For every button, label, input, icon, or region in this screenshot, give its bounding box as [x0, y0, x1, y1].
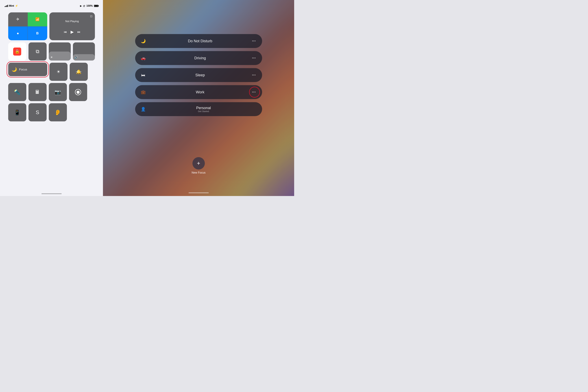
- flashlight-button[interactable]: 🔦: [8, 83, 26, 101]
- apple-tv-remote-button[interactable]: 📱: [8, 103, 26, 122]
- signal-bar-3: [6, 5, 7, 7]
- accessibility-button[interactable]: 👂: [49, 103, 67, 122]
- volume-icon: 🔊: [74, 56, 93, 59]
- personal-icon: 👤: [140, 106, 146, 112]
- fast-forward-button[interactable]: ⏭: [78, 30, 80, 34]
- screen-record-button[interactable]: ⏺: [69, 83, 87, 101]
- do-not-disturb-icon: 🌙: [140, 38, 146, 44]
- airplane-icon: ✈: [16, 17, 20, 22]
- focus-button[interactable]: 🌙 Focus: [8, 63, 47, 76]
- focus-item-driving[interactable]: 🚗 Driving •••: [135, 51, 262, 65]
- camera-button[interactable]: 📷: [49, 83, 67, 101]
- row-utility-1: 🔦 🖩 📷 ⏺: [8, 83, 95, 101]
- bluetooth-button[interactable]: B: [28, 26, 47, 40]
- signal-bar-4: [8, 5, 8, 7]
- wifi-button[interactable]: ●: [8, 26, 28, 40]
- calculator-button[interactable]: 🖩: [28, 83, 46, 101]
- personal-label: Personal: [150, 106, 258, 110]
- work-more-button[interactable]: •••: [251, 89, 258, 96]
- sun-icon: ☀: [56, 69, 60, 74]
- carrier-name: Mint: [9, 4, 14, 7]
- driving-label: Driving: [150, 56, 251, 60]
- row-utility-2: 📱 S 👂: [8, 103, 95, 122]
- battery-icon: [94, 5, 98, 7]
- plus-icon: +: [197, 160, 200, 166]
- do-not-disturb-label: Do Not Disturb: [150, 39, 251, 43]
- focus-item-sleep[interactable]: 🛏 Sleep •••: [135, 68, 262, 82]
- control-center-panel: Mint ⚡ ▶ @ 100% ✈ 📶: [0, 0, 103, 196]
- focus-moon-icon: 🌙: [12, 67, 17, 72]
- brightness-slider[interactable]: ☀: [49, 42, 71, 60]
- home-indicator-right: [188, 192, 209, 193]
- volume-slider[interactable]: 🔊: [73, 42, 95, 60]
- row-focus: 🌙 Focus ☀ 🔔: [8, 63, 95, 81]
- wifi-status-icon: ⚡: [15, 4, 18, 7]
- mute-icon: 🔔: [76, 69, 82, 74]
- screen-mirror-button[interactable]: ⧉: [28, 42, 46, 60]
- work-label: Work: [150, 90, 251, 94]
- battery-percentage: 100%: [86, 4, 93, 7]
- signal-bar-1: [5, 6, 5, 7]
- control-center-grid: ✈ 📶 ● B ⊡ Not Playing ⏮ ▶ ⏭: [8, 12, 95, 122]
- personal-sublabel: Get Started: [150, 110, 258, 112]
- focus-item-work[interactable]: 💼 Work •••: [135, 85, 262, 99]
- signal-bars: [5, 5, 8, 7]
- status-right: ▶ @ 100%: [80, 4, 98, 7]
- new-focus-label: New Focus: [192, 171, 206, 174]
- sleep-label: Sleep: [150, 73, 251, 77]
- connectivity-block[interactable]: ✈ 📶 ● B: [8, 12, 47, 40]
- play-pause-button[interactable]: ▶: [70, 30, 74, 34]
- brightness-detail-button[interactable]: ☀: [50, 63, 68, 81]
- work-icon: 💼: [140, 89, 146, 96]
- cellular-data-button[interactable]: 📶: [28, 12, 47, 26]
- brightness-icon: ☀: [50, 56, 69, 59]
- wifi-icon: ●: [17, 31, 19, 36]
- focus-item-personal[interactable]: 👤 Personal Get Started: [135, 102, 262, 116]
- sleep-icon: 🛏: [140, 72, 146, 78]
- location-icon: ▶: [80, 5, 82, 7]
- personal-label-group: Personal Get Started: [150, 106, 258, 112]
- driving-more-button[interactable]: •••: [251, 55, 258, 62]
- new-focus-area[interactable]: + New Focus: [192, 157, 206, 174]
- media-player-block[interactable]: ⊡ Not Playing ⏮ ▶ ⏭: [50, 12, 95, 40]
- now-playing-text: Not Playing: [65, 20, 79, 23]
- lock-rotation-icon: 🔒: [13, 48, 21, 56]
- record-icon: ⏺: [75, 89, 81, 95]
- remote-icon: 📱: [14, 109, 20, 116]
- bluetooth-icon: B: [36, 31, 39, 35]
- shazam-icon: S: [36, 109, 39, 115]
- rewind-button[interactable]: ⏮: [64, 30, 67, 34]
- home-indicator: [42, 193, 62, 194]
- focus-item-do-not-disturb[interactable]: 🌙 Do Not Disturb •••: [135, 34, 262, 48]
- screen-rotation-button[interactable]: 🔒: [8, 42, 26, 60]
- airplay-icon[interactable]: ⊡: [90, 14, 92, 18]
- focus-label: Focus: [19, 68, 27, 71]
- shazam-button[interactable]: S: [28, 103, 46, 122]
- lock-icon: 🔒: [15, 49, 20, 54]
- driving-icon: 🚗: [140, 55, 146, 62]
- status-bar: Mint ⚡ ▶ @ 100%: [0, 0, 103, 9]
- mirror-icon: ⧉: [36, 48, 39, 54]
- new-focus-button[interactable]: +: [192, 157, 205, 170]
- row-connectivity-media: ✈ 📶 ● B ⊡ Not Playing ⏮ ▶ ⏭: [8, 12, 95, 40]
- focus-list: 🌙 Do Not Disturb ••• 🚗 Driving ••• 🛏 Sle…: [135, 34, 262, 116]
- ear-icon: 👂: [54, 109, 61, 116]
- camera-icon: 📷: [54, 89, 61, 95]
- status-left: Mint ⚡: [5, 4, 18, 7]
- flashlight-icon: 🔦: [14, 89, 20, 95]
- focus-menu-panel: 🌙 Do Not Disturb ••• 🚗 Driving ••• 🛏 Sle…: [103, 0, 294, 196]
- mail-icon: @: [83, 5, 85, 7]
- do-not-disturb-more-button[interactable]: •••: [251, 38, 258, 44]
- mute-button[interactable]: 🔔: [70, 63, 88, 81]
- signal-bar-2: [6, 6, 6, 7]
- cellular-icon: 📶: [35, 17, 40, 21]
- sleep-more-button[interactable]: •••: [251, 72, 258, 78]
- calculator-icon: 🖩: [35, 89, 40, 95]
- row-controls: 🔒 ⧉ ☀ 🔊: [8, 42, 95, 60]
- media-controls: ⏮ ▶ ⏭: [64, 30, 80, 34]
- battery-fill: [94, 5, 98, 6]
- airplane-mode-button[interactable]: ✈: [8, 12, 28, 26]
